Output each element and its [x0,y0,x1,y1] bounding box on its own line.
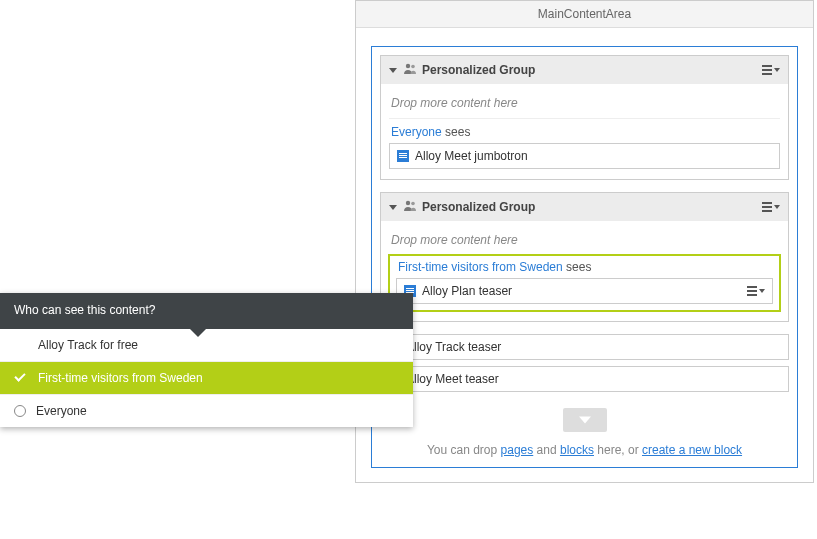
audience-popover: Who can see this content? Alloy Track fo… [0,293,413,427]
group-title: Personalized Group [422,63,535,77]
block-label: Alloy Plan teaser [422,284,512,298]
drop-zone-text: You can drop pages and blocks here, or c… [380,443,789,457]
drop-hint: Drop more content here [389,92,780,118]
option-label: Everyone [36,404,87,418]
panel-title: MainContentArea [356,1,813,28]
block-label: Alloy Track teaser [406,340,501,354]
personalized-group: Personalized Group Drop more content her… [380,192,789,322]
popover-title: Who can see this content? [0,293,413,329]
check-icon [14,371,28,385]
popover-options: Alloy Track for free First-time visitors… [0,329,413,427]
audience-option[interactable]: Alloy Track for free [0,329,413,361]
svg-point-0 [406,64,410,68]
audience-segment: Everyone sees Alloy Meet jumbotron [389,118,780,169]
sees-text: sees [563,260,592,274]
block-icon [397,150,409,162]
audience-option-everyone[interactable]: Everyone [0,394,413,427]
block-label: Alloy Meet jumbotron [415,149,528,163]
radio-icon [14,405,26,417]
pages-link[interactable]: pages [501,443,534,457]
option-label: First-time visitors from Sweden [38,371,203,385]
svg-point-3 [411,202,415,206]
content-block[interactable]: Alloy Plan teaser [396,278,773,304]
personalized-group: Personalized Group Drop more content her… [380,55,789,180]
group-header[interactable]: Personalized Group [381,56,788,84]
main-content-area: MainContentArea Personalized Group Drop … [355,0,814,483]
chevron-down-icon [389,205,397,210]
block-label: Alloy Meet teaser [406,372,499,386]
create-block-link[interactable]: create a new block [642,443,742,457]
drop-hint: Drop more content here [389,229,780,255]
segment-label: First-time visitors from Sweden sees [396,260,773,278]
people-icon [403,200,417,214]
blocks-link[interactable]: blocks [560,443,594,457]
content-block[interactable]: Alloy Track teaser [380,334,789,360]
block-menu-icon[interactable] [747,286,765,296]
standalone-blocks: Alloy Track teaser Alloy Meet teaser [380,334,789,392]
svg-point-1 [411,65,415,69]
audience-name[interactable]: Everyone [391,125,442,139]
content-block[interactable]: Alloy Meet teaser [380,366,789,392]
audience-segment-selected: First-time visitors from Sweden sees All… [388,254,781,312]
sees-text: sees [442,125,471,139]
group-menu-icon[interactable] [762,202,780,212]
segment-label: Everyone sees [389,125,780,143]
people-icon [403,63,417,77]
svg-point-2 [406,201,410,205]
drop-arrow-icon [563,408,607,432]
content-area-border: Personalized Group Drop more content her… [371,46,798,468]
group-header[interactable]: Personalized Group [381,193,788,221]
audience-option-selected[interactable]: First-time visitors from Sweden [0,361,413,394]
audience-name[interactable]: First-time visitors from Sweden [398,260,563,274]
option-label: Alloy Track for free [38,338,138,352]
drop-zone[interactable]: You can drop pages and blocks here, or c… [380,398,789,457]
group-title: Personalized Group [422,200,535,214]
chevron-down-icon [389,68,397,73]
content-block[interactable]: Alloy Meet jumbotron [389,143,780,169]
group-menu-icon[interactable] [762,65,780,75]
